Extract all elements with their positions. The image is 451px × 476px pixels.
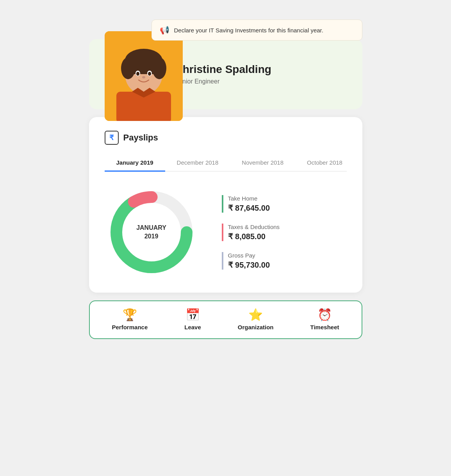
svg-point-13 xyxy=(142,76,145,78)
bottom-nav: 🏆 Performance 📅 Leave ⭐ Organization ⏰ T… xyxy=(89,300,362,339)
profile-name: Christine Spalding xyxy=(175,63,271,76)
trophy-icon: 🏆 xyxy=(123,309,137,321)
payslips-tabs: January 2019 December 2018 November 2018… xyxy=(105,155,347,172)
legend-take-home: Take Home ₹ 87,645.00 xyxy=(222,195,347,213)
main-container: 📢 Declare your IT Saving Investments for… xyxy=(89,8,362,339)
tab-january-2019[interactable]: January 2019 xyxy=(105,155,165,172)
payslips-title: Payslips xyxy=(123,133,158,143)
tab-october-2018[interactable]: October 2018 xyxy=(295,155,354,172)
profile-card: Christine Spalding Senior Engineer xyxy=(89,39,362,109)
rupee-icon: ₹ xyxy=(105,131,119,145)
profile-title: Senior Engineer xyxy=(175,78,271,85)
svg-point-11 xyxy=(136,72,139,76)
payslips-card: ₹ Payslips January 2019 December 2018 No… xyxy=(89,117,362,293)
announcement-text: Declare your IT Saving Investments for t… xyxy=(174,27,323,34)
avatar xyxy=(105,31,183,121)
calendar-icon: 📅 xyxy=(185,309,200,321)
svg-point-12 xyxy=(148,72,151,76)
tab-december-2018[interactable]: December 2018 xyxy=(165,155,230,172)
nav-organization[interactable]: ⭐ Organization xyxy=(238,309,274,330)
nav-leave[interactable]: 📅 Leave xyxy=(184,309,201,330)
star-icon: ⭐ xyxy=(248,309,263,321)
payslips-header: ₹ Payslips xyxy=(105,131,347,145)
svg-rect-8 xyxy=(125,59,162,74)
profile-info: Christine Spalding Senior Engineer xyxy=(167,63,271,85)
legend-taxes: Taxes & Deductions ₹ 8,085.00 xyxy=(222,224,347,241)
donut-label: JANUARY 2019 xyxy=(136,224,166,241)
donut-chart: JANUARY 2019 xyxy=(105,185,198,279)
nav-timesheet[interactable]: ⏰ Timesheet xyxy=(310,309,339,330)
tab-november-2018[interactable]: November 2018 xyxy=(230,155,295,172)
payslip-content: JANUARY 2019 Take Home ₹ 87,645.00 Taxes… xyxy=(105,185,347,279)
legend-gross-pay: Gross Pay ₹ 95,730.00 xyxy=(222,252,347,270)
announcement-icon: 📢 xyxy=(160,25,169,35)
clock-icon: ⏰ xyxy=(317,309,332,321)
legend: Take Home ₹ 87,645.00 Taxes & Deductions… xyxy=(222,195,347,270)
announcement-banner[interactable]: 📢 Declare your IT Saving Investments for… xyxy=(152,20,362,41)
nav-performance[interactable]: 🏆 Performance xyxy=(112,309,148,330)
